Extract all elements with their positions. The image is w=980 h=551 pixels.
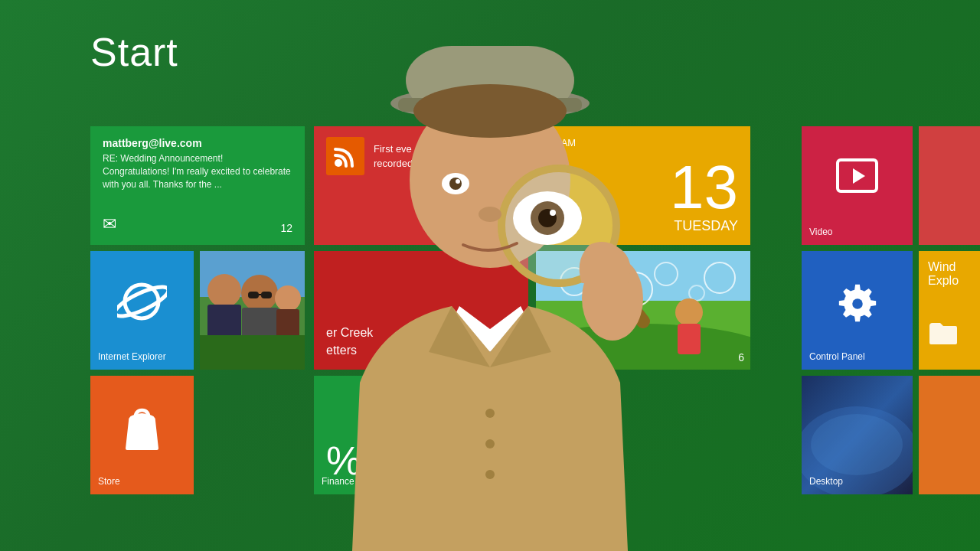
store-bag-icon [121, 404, 163, 452]
news-text: First eve recorded [374, 142, 516, 171]
store-tile[interactable]: Store [90, 376, 194, 494]
windows-explorer-tile[interactable]: Wind Explo [919, 251, 980, 370]
rss-icon [326, 137, 364, 175]
video-tile[interactable]: Video [802, 126, 913, 245]
play-button [836, 158, 878, 193]
finance-tile[interactable]: % Finance [314, 376, 528, 494]
creek-text: er Creek etters [326, 324, 516, 359]
creek-tile[interactable]: er Creek etters [314, 251, 528, 370]
mail-subject: RE: Wedding Announcement! Congratulation… [103, 152, 292, 191]
svg-point-30 [811, 414, 903, 475]
desktop-tile[interactable]: Desktop [802, 376, 913, 494]
svg-rect-9 [261, 292, 272, 298]
svg-point-17 [536, 324, 750, 370]
calendar-time: ps AM [548, 137, 738, 148]
calendar-day: TUESDAY [548, 218, 738, 234]
svg-rect-25 [678, 324, 701, 354]
ie-icon [117, 280, 167, 326]
svg-point-1 [117, 281, 167, 321]
control-panel-tile[interactable]: Control Panel [802, 251, 913, 370]
finance-percent: % [326, 438, 516, 484]
calendar-number: 13 [548, 157, 738, 218]
calendar-tile[interactable]: ps AM 13 TUESDAY [536, 126, 750, 245]
mail-email: mattberg@live.com [103, 137, 292, 149]
svg-point-6 [241, 275, 278, 311]
svg-point-24 [675, 298, 703, 326]
svg-point-4 [207, 274, 241, 308]
svg-point-11 [275, 285, 301, 311]
bubbles-badge: 6 [738, 351, 744, 364]
mail-icon: ✉ [103, 214, 116, 234]
svg-point-27 [852, 298, 863, 309]
people-photo-tile[interactable] [200, 251, 305, 370]
svg-rect-13 [200, 335, 305, 370]
svg-rect-8 [248, 292, 259, 298]
control-panel-label: Control Panel [809, 351, 865, 362]
win-explorer-text: Wind Explo [928, 260, 980, 288]
people-tile[interactable]: People [919, 126, 980, 245]
svg-point-14 [335, 159, 342, 167]
desktop-label: Desktop [809, 476, 843, 487]
finance-label: Finance [322, 476, 354, 487]
news-tile[interactable]: First eve recorded [314, 126, 528, 245]
start-title: Start [90, 29, 178, 75]
video-label: Video [809, 227, 832, 237]
folder-icon [928, 320, 959, 347]
mail-badge: 12 [280, 222, 292, 234]
store-label: Store [98, 476, 120, 487]
bubbles-photo-svg [536, 251, 750, 370]
ie-tile[interactable]: Internet Explorer [90, 251, 194, 370]
partial-orange-tile[interactable] [919, 376, 980, 494]
bubbles-tile[interactable]: 6 [536, 251, 750, 370]
gear-icon [835, 282, 880, 326]
ie-label: Internet Explorer [98, 351, 166, 362]
photo-people-svg [200, 251, 305, 370]
mail-tile[interactable]: mattberg@live.com RE: Wedding Announceme… [90, 126, 305, 245]
